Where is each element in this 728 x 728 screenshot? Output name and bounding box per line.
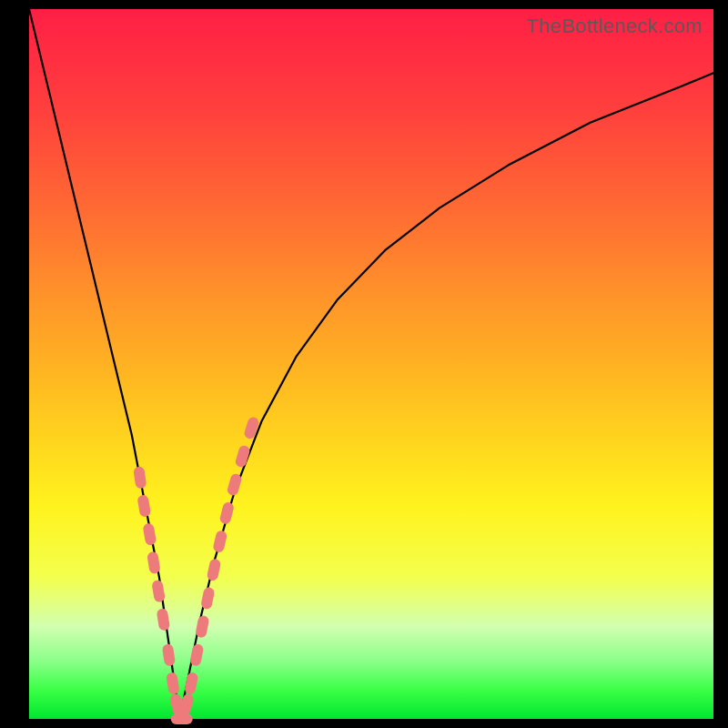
marker-point	[147, 551, 161, 575]
chart-frame: TheBottleneck.com	[0, 0, 728, 728]
marker-point	[184, 672, 199, 695]
marker-point	[151, 580, 166, 603]
marker-point	[157, 608, 171, 632]
bottleneck-curve	[29, 9, 713, 719]
marker-point	[136, 494, 151, 518]
marker-group	[133, 416, 260, 724]
marker-point	[207, 558, 222, 581]
marker-point	[162, 643, 176, 667]
plot-area: TheBottleneck.com	[29, 9, 713, 719]
marker-point	[200, 586, 216, 610]
chart-svg	[29, 9, 713, 719]
marker-point	[142, 522, 157, 546]
marker-point	[227, 472, 243, 496]
marker-point	[195, 615, 209, 639]
marker-point	[189, 643, 204, 667]
marker-point	[171, 713, 193, 724]
marker-point	[166, 672, 180, 695]
marker-point	[243, 416, 260, 440]
marker-point	[212, 530, 228, 553]
marker-point	[133, 466, 147, 489]
marker-point	[219, 501, 236, 525]
